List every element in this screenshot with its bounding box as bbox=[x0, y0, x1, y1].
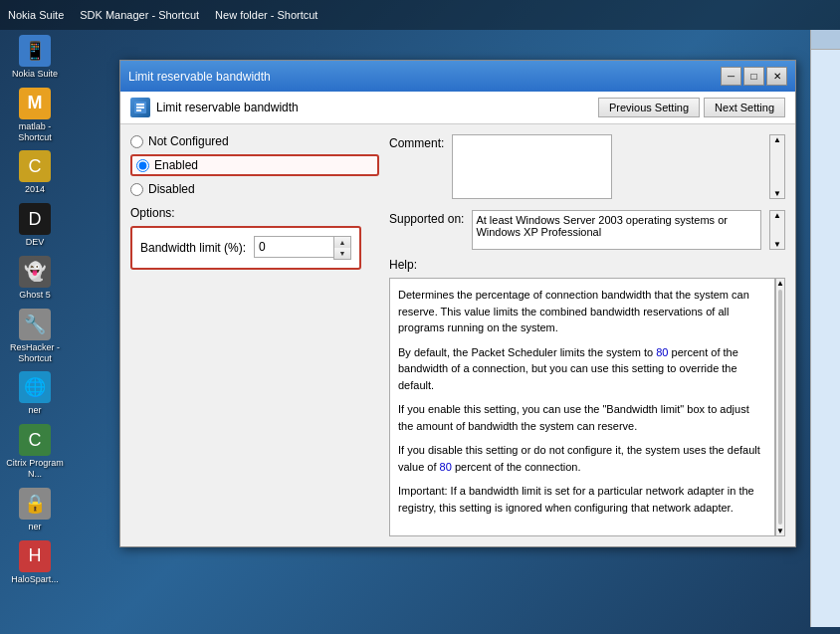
help-para-1: By default, the Packet Scheduler limits … bbox=[398, 344, 766, 394]
desktop-icon-8[interactable]: 🔒 ner bbox=[5, 488, 65, 532]
dialog-titlebar: Limit reservable bandwidth ─ □ ✕ bbox=[120, 61, 795, 92]
restore-button[interactable]: □ bbox=[743, 67, 764, 86]
help-label: Help: bbox=[389, 258, 785, 272]
header-left: Limit reservable bandwidth bbox=[130, 98, 299, 117]
icon-label-7: Citrix Program N... bbox=[5, 458, 65, 480]
icon-label-8: ner bbox=[28, 522, 41, 532]
supported-on-text: At least Windows Server 2003 operating s… bbox=[476, 214, 728, 238]
help-para-2: If you enable this setting, you can use … bbox=[398, 401, 766, 434]
desktop-icon-7[interactable]: C Citrix Program N... bbox=[5, 424, 65, 480]
comment-row: Comment: ▲ ▼ bbox=[389, 134, 785, 202]
taskbar-item-folder[interactable]: New folder - Shortcut bbox=[207, 0, 325, 30]
icon-img-7: C bbox=[19, 424, 51, 456]
disabled-option[interactable]: Disabled bbox=[130, 182, 379, 196]
desktop-icon-4[interactable]: 👻 Ghost 5 bbox=[5, 256, 65, 301]
comment-scrollbar[interactable]: ▲ ▼ bbox=[769, 134, 785, 199]
enabled-label: Enabled bbox=[154, 158, 198, 172]
comment-textarea[interactable] bbox=[452, 134, 612, 199]
icon-img-8: 🔒 bbox=[19, 488, 51, 520]
icon-label-6: ner bbox=[28, 405, 41, 416]
icon-img-0: 📱 bbox=[19, 35, 51, 67]
help-scrollbar[interactable]: ▲ ▼ bbox=[775, 278, 785, 536]
icon-img-5: 🔧 bbox=[19, 309, 51, 340]
not-configured-option[interactable]: Not Configured bbox=[130, 134, 379, 148]
help-para-0: Determines the percentage of connection … bbox=[398, 287, 766, 336]
options-section: Options: Bandwidth limit (%): ▲ ▼ bbox=[130, 206, 379, 270]
side-panel-partial bbox=[810, 30, 840, 627]
next-setting-button[interactable]: Next Setting bbox=[704, 98, 785, 117]
dialog-window: Limit reservable bandwidth ─ □ ✕ Limit bbox=[119, 60, 796, 547]
icon-label-0: Nokia Suite bbox=[12, 69, 58, 80]
desktop-icon-5[interactable]: 🔧 ResHacker - Shortcut bbox=[5, 309, 65, 364]
icon-label-2: 2014 bbox=[25, 184, 45, 195]
radio-group: Not Configured Enabled Disabled bbox=[130, 134, 379, 196]
icon-img-1: M bbox=[19, 88, 51, 119]
desktop-icon-6[interactable]: 🌐 ner bbox=[5, 371, 65, 416]
side-panel-top bbox=[811, 30, 840, 50]
spinner-down-button[interactable]: ▼ bbox=[334, 248, 350, 259]
bandwidth-limit-label: Bandwidth limit (%): bbox=[140, 241, 246, 255]
enabled-option[interactable]: Enabled bbox=[130, 154, 379, 176]
icon-img-2: C bbox=[19, 150, 51, 182]
spinner-arrows: ▲ ▼ bbox=[333, 236, 351, 260]
not-configured-radio[interactable] bbox=[130, 135, 143, 148]
icon-img-6: 🌐 bbox=[19, 371, 51, 403]
taskbar-item-nokia[interactable]: Nokia Suite bbox=[0, 0, 72, 30]
desktop: Nokia Suite SDK Manager - Shortcut New f… bbox=[0, 0, 840, 634]
svg-rect-3 bbox=[136, 109, 141, 111]
svg-rect-1 bbox=[136, 104, 144, 106]
dialog-title: Limit reservable bandwidth bbox=[128, 70, 271, 84]
supported-scrollbar[interactable]: ▲ ▼ bbox=[769, 210, 785, 250]
policy-icon bbox=[130, 98, 150, 117]
taskbar-item-sdk[interactable]: SDK Manager - Shortcut bbox=[72, 0, 207, 30]
spinner-container: ▲ ▼ bbox=[254, 236, 351, 260]
body-layout: Not Configured Enabled Disabled bbox=[130, 134, 785, 536]
dialog-header: Limit reservable bandwidth Previous Sett… bbox=[120, 92, 795, 124]
left-panel: Not Configured Enabled Disabled bbox=[130, 134, 379, 536]
disabled-label: Disabled bbox=[148, 182, 195, 196]
disabled-radio[interactable] bbox=[130, 183, 143, 196]
enabled-radio[interactable] bbox=[136, 159, 149, 172]
spinner-up-button[interactable]: ▲ bbox=[334, 237, 350, 248]
comment-label: Comment: bbox=[389, 134, 444, 202]
desktop-icon-9[interactable]: H HaloSpart... bbox=[5, 540, 65, 585]
icon-label-4: Ghost 5 bbox=[19, 290, 51, 301]
svg-rect-2 bbox=[136, 106, 144, 108]
previous-setting-button[interactable]: Previous Setting bbox=[598, 98, 700, 117]
help-section: Help: Determines the percentage of conne… bbox=[389, 258, 785, 536]
icon-label-5: ResHacker - Shortcut bbox=[5, 342, 65, 364]
supported-on-label: Supported on: bbox=[389, 210, 464, 250]
minimize-button[interactable]: ─ bbox=[721, 67, 741, 86]
icon-label-3: DEV bbox=[26, 237, 45, 248]
desktop-icon-1[interactable]: M matlab - Shortcut bbox=[5, 88, 65, 143]
help-para-4: Important: If a bandwidth limit is set f… bbox=[398, 483, 766, 516]
highlight-80-2: 80 bbox=[440, 461, 452, 473]
supported-on-box: At least Windows Server 2003 operating s… bbox=[472, 210, 761, 250]
right-panel: Comment: ▲ ▼ Supported on: At le bbox=[389, 134, 785, 536]
icon-label-9: HaloSpart... bbox=[11, 574, 59, 585]
help-para-3: If you disable this setting or do not co… bbox=[398, 442, 766, 475]
icon-img-4: 👻 bbox=[19, 256, 51, 288]
close-button[interactable]: ✕ bbox=[766, 67, 787, 86]
not-configured-label: Not Configured bbox=[148, 134, 229, 148]
desktop-icon-0[interactable]: 📱 Nokia Suite bbox=[5, 35, 65, 80]
highlight-80-1: 80 bbox=[656, 346, 668, 358]
header-buttons: Previous Setting Next Setting bbox=[598, 98, 785, 117]
dialog-body: Not Configured Enabled Disabled bbox=[120, 124, 795, 546]
desktop-icons-area: 📱 Nokia Suite M matlab - Shortcut C 2014… bbox=[5, 35, 65, 584]
desktop-icon-3[interactable]: D DEV bbox=[5, 203, 65, 248]
titlebar-controls: ─ □ ✕ bbox=[721, 67, 787, 86]
help-area: Determines the percentage of connection … bbox=[389, 278, 785, 536]
taskbar: Nokia Suite SDK Manager - Shortcut New f… bbox=[0, 0, 840, 30]
icon-img-3: D bbox=[19, 203, 51, 235]
options-box: Bandwidth limit (%): ▲ ▼ bbox=[130, 226, 361, 270]
icon-label-1: matlab - Shortcut bbox=[5, 121, 65, 143]
supported-row: Supported on: At least Windows Server 20… bbox=[389, 210, 785, 250]
icon-img-9: H bbox=[19, 540, 51, 572]
bandwidth-value-input[interactable] bbox=[254, 236, 333, 258]
header-title-text: Limit reservable bandwidth bbox=[156, 101, 299, 114]
options-label: Options: bbox=[130, 206, 379, 220]
help-content: Determines the percentage of connection … bbox=[389, 278, 775, 536]
desktop-icon-2[interactable]: C 2014 bbox=[5, 150, 65, 195]
